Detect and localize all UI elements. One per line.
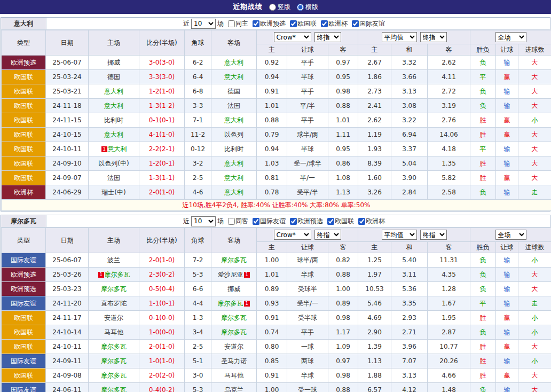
average-select[interactable]: 平均值 bbox=[382, 32, 417, 42]
league-label: 国际友谊 bbox=[359, 19, 385, 28]
league-filter-4[interactable]: 国际友谊 bbox=[352, 19, 385, 28]
handicap-line-cell: 一球 bbox=[287, 340, 328, 354]
col-corner: 角球 bbox=[185, 228, 211, 253]
recent-count-select[interactable]: 10 bbox=[191, 19, 216, 29]
corner-cell: 4-6 bbox=[185, 185, 211, 200]
col-home: 主场 bbox=[89, 228, 139, 253]
same-side-filter[interactable]: 同主 bbox=[228, 19, 248, 28]
league-filter-3[interactable]: 欧洲杯 bbox=[321, 19, 348, 28]
avg-away-odds-cell: 1.48 bbox=[428, 383, 470, 392]
home-team-cell: 以色列(中) bbox=[89, 156, 139, 171]
corner-cell: 7-1 bbox=[185, 113, 211, 128]
same-side-checkbox[interactable] bbox=[228, 20, 235, 27]
handicap-line-cell: 受半/一 bbox=[287, 296, 328, 311]
league-checkbox[interactable] bbox=[352, 20, 359, 27]
handicap-away-odds-cell: 1.00 bbox=[328, 282, 358, 296]
col-score: 比分(半场) bbox=[139, 228, 185, 253]
league-label: 欧洲杯 bbox=[366, 217, 385, 226]
company-select[interactable]: Crow* bbox=[274, 230, 311, 240]
horizontal-layout-radio[interactable] bbox=[297, 4, 304, 11]
date-cell: 25-06-07 bbox=[46, 56, 89, 70]
date-cell: 24-06-11 bbox=[46, 383, 89, 392]
company-select[interactable]: Crow* bbox=[274, 32, 311, 42]
away-team-cell: 马耳他 bbox=[211, 369, 257, 383]
goals-result-cell: 小 bbox=[518, 113, 551, 128]
league-checkbox[interactable] bbox=[253, 218, 259, 225]
sub-col-avg-home: 主 bbox=[358, 242, 391, 253]
sub-col-avg-home: 主 bbox=[358, 44, 391, 56]
scope-select[interactable]: 全场 bbox=[495, 230, 526, 240]
sub-col-avg-draw: 和 bbox=[391, 44, 428, 56]
league-filter-1[interactable]: 欧洲预选 bbox=[253, 19, 286, 28]
league-checkbox[interactable] bbox=[358, 218, 365, 225]
avg-draw-odds-cell: 3.66 bbox=[391, 70, 428, 84]
avg-home-odds-cell: 8.39 bbox=[358, 156, 391, 171]
handicap-line-cell: 两球 bbox=[287, 354, 328, 369]
score-cell: 3-0(3-0) bbox=[139, 56, 185, 70]
vertical-layout-radio[interactable] bbox=[269, 4, 276, 11]
team-label: 意大利 bbox=[108, 145, 127, 153]
avg-home-odds-cell: 2.67 bbox=[358, 56, 391, 70]
handicap-home-odds-cell: 0.89 bbox=[257, 282, 287, 296]
goals-result-cell: 大 bbox=[518, 56, 551, 70]
league-type-cell: 欧国联 bbox=[2, 325, 46, 340]
match-row: 欧国联24-10-15意大利4-1(1-0)11-2以色列0.79球半/两1.1… bbox=[2, 128, 551, 142]
league-filter-1[interactable]: 国际友谊 bbox=[253, 217, 286, 226]
handicap-home-odds-cell: 0.93 bbox=[257, 296, 287, 311]
goals-result-cell: 大 bbox=[518, 156, 551, 171]
final-index-select[interactable]: 终指 bbox=[314, 32, 341, 42]
league-filter-4[interactable]: 欧洲杯 bbox=[358, 217, 385, 226]
corner-cell: 1-3 bbox=[185, 311, 211, 325]
layout-horizontal-option[interactable]: 横版 bbox=[297, 3, 318, 12]
goals-result-cell: 小 bbox=[518, 325, 551, 340]
same-side-checkbox[interactable] bbox=[228, 218, 235, 225]
away-team-cell: 爱沙尼亚1 bbox=[211, 268, 257, 282]
league-filter-2[interactable]: 欧国联 bbox=[290, 19, 317, 28]
final-index-select-2[interactable]: 终指 bbox=[420, 230, 447, 240]
league-checkbox[interactable] bbox=[290, 218, 297, 225]
average-select[interactable]: 平均值 bbox=[382, 230, 417, 240]
corner-cell: 2-5 bbox=[185, 340, 211, 354]
final-index-select-2[interactable]: 终指 bbox=[420, 32, 447, 42]
goals-result-cell: 小 bbox=[518, 354, 551, 369]
horizontal-layout-label: 横版 bbox=[305, 3, 318, 12]
avg-home-odds-cell: 6.57 bbox=[358, 383, 391, 392]
league-filter-2[interactable]: 欧洲预选 bbox=[290, 217, 323, 226]
goals-result-cell: 大 bbox=[518, 171, 551, 185]
league-checkbox[interactable] bbox=[253, 20, 259, 27]
league-checkbox[interactable] bbox=[321, 20, 328, 27]
avg-draw-odds-cell: 7.07 bbox=[391, 354, 428, 369]
league-checkbox[interactable] bbox=[327, 218, 334, 225]
home-team-cell: 意大利 bbox=[89, 84, 139, 99]
goals-result-cell: 大 bbox=[518, 282, 551, 296]
team-label: 挪威 bbox=[107, 59, 120, 66]
scope-select[interactable]: 全场 bbox=[495, 32, 526, 42]
sub-col-goals: 进球数 bbox=[518, 242, 551, 253]
match-row: 国际友谊24-11-20直布罗陀1-1(0-1)4-4摩尔多瓦10.93受半/一… bbox=[2, 296, 551, 311]
date-cell: 24-11-18 bbox=[46, 99, 89, 113]
final-index-select[interactable]: 终指 bbox=[314, 230, 341, 240]
handicap-home-odds-cell: 0.94 bbox=[257, 142, 287, 156]
league-filter-3[interactable]: 欧国联 bbox=[327, 217, 354, 226]
recent-count-select[interactable]: 10 bbox=[191, 216, 216, 226]
same-side-filter[interactable]: 同客 bbox=[228, 217, 248, 226]
handicap-away-odds-cell: 0.88 bbox=[328, 268, 358, 282]
avg-home-odds-cell: 1.13 bbox=[358, 354, 391, 369]
corner-cell: 6-6 bbox=[185, 282, 211, 296]
handicap-home-odds-cell: 0.91 bbox=[257, 311, 287, 325]
handicap-result-cell: 赢 bbox=[496, 128, 518, 142]
league-type-cell: 欧洲预选 bbox=[2, 282, 46, 296]
avg-draw-odds-cell: 3.96 bbox=[391, 340, 428, 354]
result-cell: 平 bbox=[470, 70, 496, 84]
average-odds-group: 平均值 终指 bbox=[358, 30, 470, 44]
home-team-cell: 挪威 bbox=[89, 56, 139, 70]
layout-vertical-option[interactable]: 竖版 bbox=[269, 3, 290, 12]
corner-cell: 3-4 bbox=[185, 325, 211, 340]
team-label: 意大利 bbox=[224, 174, 243, 182]
team-label: 安道尔 bbox=[224, 343, 243, 350]
sub-col-away-odds: 客 bbox=[328, 242, 358, 253]
league-checkbox[interactable] bbox=[290, 20, 297, 27]
recent-label: 近 bbox=[183, 217, 190, 226]
page: 近期战绩 竖版 横版 意大利 近 10 场 同主 欧洲预选 bbox=[0, 0, 551, 392]
avg-home-odds-cell: 1.88 bbox=[358, 369, 391, 383]
